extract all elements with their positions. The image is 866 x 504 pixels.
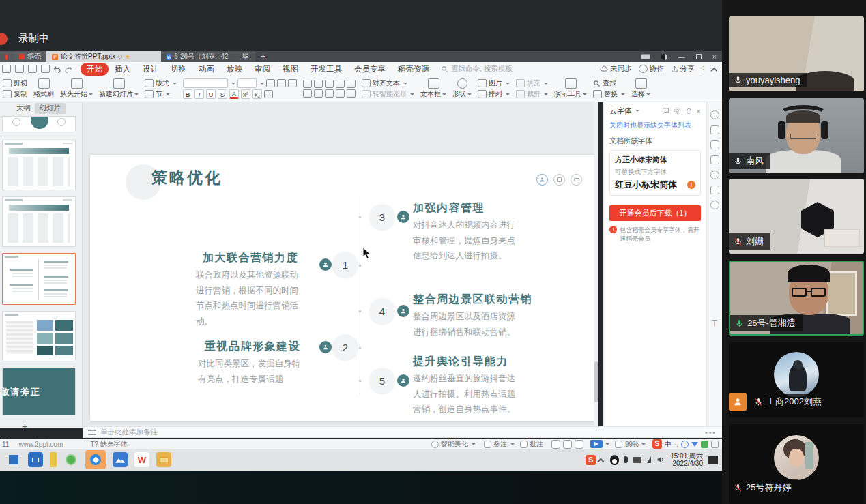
new-slide-button[interactable]: 新建幻灯片 [99,78,139,99]
font-name-select[interactable] [183,78,228,88]
notes-toggle-button[interactable]: 备注 [484,439,515,449]
find-button[interactable]: 查找 [593,78,625,88]
font-size-select[interactable] [237,78,257,88]
notes-bar[interactable]: 单击此处添加备注 ••• [83,426,722,438]
underline-button[interactable]: U [206,89,216,99]
notes-more-icon[interactable]: ••• [705,428,717,436]
wps-logo[interactable] [0,51,14,62]
ribbon-tab-devtools[interactable]: 开发工具 [304,63,348,76]
minimize-button[interactable]: — [673,51,691,62]
tray-sogou-icon[interactable]: S [586,455,596,465]
resources-icon[interactable] [710,201,719,209]
replace-button[interactable]: 替换 [593,89,625,99]
layout-button[interactable]: 版式 [145,78,177,88]
close-panel-icon[interactable]: × [697,107,701,115]
slide-title[interactable]: 策略优化 [151,167,222,188]
print-icon[interactable] [28,65,37,73]
font-replacement-card[interactable]: 方正小标宋简体 可替换成下方字体 红豆小标宋简体 ! [609,150,701,196]
canvas-scrollbar[interactable] [594,102,598,426]
preview-icon[interactable] [41,65,50,73]
share-button[interactable]: 分享 [671,64,695,74]
section-button[interactable]: 节 [145,89,177,99]
grid-view-icon[interactable] [563,440,572,449]
save-icon[interactable] [15,65,24,73]
ribbon-tab-home[interactable]: 开始 [81,63,109,76]
indent-increase-icon[interactable] [336,80,345,88]
align-right-icon[interactable] [325,89,334,98]
reading-view-icon[interactable] [575,440,583,449]
tray-network-icon[interactable] [647,456,651,463]
tray-expand-icon[interactable] [598,458,605,464]
slide-thumbnail-current[interactable] [2,253,76,305]
tab-home-docer[interactable]: 稻壳 [14,51,46,62]
command-search-box[interactable]: 查找命令, 搜索模板 [441,64,513,74]
play-from-start-button[interactable]: 从头开始 [60,78,93,99]
tray-qq-icon[interactable] [610,455,619,465]
star-icon[interactable]: ★ [125,53,130,60]
settings-gear-icon[interactable] [674,107,681,115]
layers-icon[interactable] [710,155,719,164]
bold-button[interactable]: B [183,89,192,99]
undo-icon[interactable] [53,65,61,73]
missing-fonts-button[interactable]: T? 缺失字体 [90,439,128,449]
participant-tile[interactable]: 工商2002刘燕 [729,342,864,417]
numbering-icon[interactable] [314,80,323,88]
taskbar-app-photos[interactable] [113,452,128,467]
subscript-button[interactable]: x₂ [252,89,262,99]
help-icon[interactable] [710,171,719,179]
add-slide-button[interactable]: + [22,420,28,432]
shape-button[interactable]: 形状 [452,78,472,99]
restore-button[interactable] [691,51,707,62]
tray-folder-icon[interactable] [633,457,641,463]
file-menu-icon[interactable] [2,65,11,73]
zoom-level[interactable]: 99% [625,441,646,448]
fit-slide-icon[interactable] [615,441,622,448]
ime-emoji-icon[interactable] [681,441,689,448]
ime-toolbox-icon[interactable] [711,441,719,448]
smart-beautify-button[interactable]: 智能美化 [431,439,476,449]
cut-button[interactable]: 剪切 [3,78,27,88]
bullets-icon[interactable] [303,80,312,88]
taskbar-app-doc[interactable] [50,452,57,467]
grow-font-icon[interactable] [266,79,275,87]
start-button[interactable] [6,452,21,467]
member-download-button[interactable]: 开通会员后下载（1） [609,205,701,221]
missing-font-toggle-link[interactable]: 关闭时也显示缺失字体列表 [604,116,706,130]
ribbon-tab-review[interactable]: 审阅 [248,63,276,76]
ribbon-tab-animation[interactable]: 动画 [192,63,220,76]
ribbon-tab-view[interactable]: 视图 [276,63,304,76]
theme-moon-icon[interactable] [656,51,673,62]
redo-icon[interactable] [64,65,72,73]
present-tools-button[interactable]: 演示工具 [554,78,587,99]
normal-view-icon[interactable] [551,440,560,449]
image-library-icon[interactable] [710,186,719,194]
tab-doc-active[interactable]: P 论文答辩PPT.pptx ★ [46,51,161,62]
participant-tile[interactable]: youyayisheng [729,16,864,91]
more-menu-icon[interactable]: ⋮ [700,64,708,74]
font-color-button[interactable]: A [229,89,239,99]
taskbar-app-files[interactable] [156,452,171,467]
ribbon-tab-transition[interactable]: 切换 [164,63,192,76]
fill-button[interactable]: 填充 [516,78,548,88]
ribbon-tab-docer-res[interactable]: 稻壳资源 [392,63,435,76]
template-site-link[interactable]: www.2ppt.com [18,441,63,448]
format-painter-button[interactable]: 格式刷 [33,78,54,99]
slide-canvas[interactable]: 策略优化 3 [90,155,598,421]
outline-tab[interactable]: 大纲 [16,104,31,113]
line-spacing-icon[interactable] [347,80,356,88]
pin-icon[interactable] [118,55,122,59]
collapse-ribbon-icon[interactable] [710,67,717,74]
tab-doc2[interactable]: W 6-26号（刘嘉...42——毕业论文 [161,51,255,62]
align-text-button[interactable]: 对齐文本 [362,78,414,88]
justify-icon[interactable] [336,89,345,98]
slide-thumbnail[interactable] [2,140,76,190]
italic-button[interactable]: I [194,89,204,99]
slide-thumbnail[interactable] [2,196,76,247]
comments-toggle-button[interactable]: 批注 [520,439,543,449]
feedback-icon[interactable] [662,107,669,115]
highlight-icon[interactable] [264,90,273,98]
collab-button[interactable]: 协作 [639,64,664,74]
strike-button[interactable]: S [218,89,227,99]
indent-decrease-icon[interactable] [325,80,334,88]
smart-graphic-button[interactable]: 转智能图形 [362,89,414,99]
